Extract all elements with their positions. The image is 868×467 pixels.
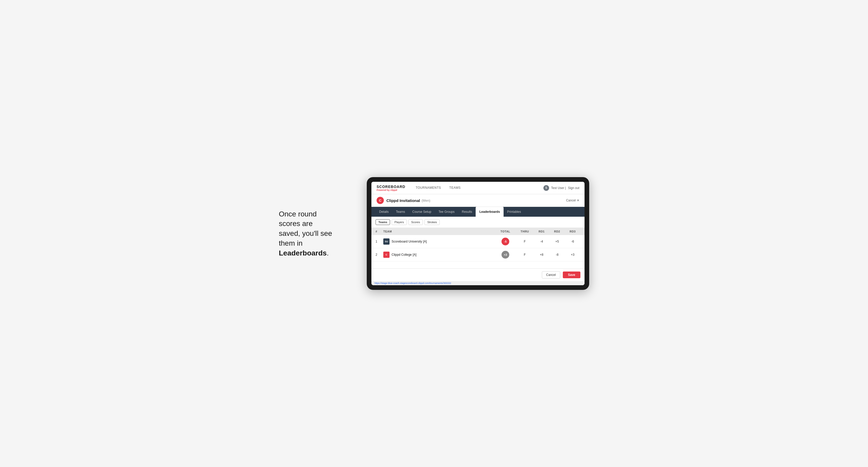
row1-rank: 1 — [376, 240, 383, 243]
tab-leaderboards[interactable]: Leaderboards — [476, 207, 503, 217]
filter-players[interactable]: Players — [392, 219, 407, 225]
row2-rd1: +8 — [534, 253, 549, 256]
description-bold: Leaderboards — [279, 249, 327, 257]
table-header: # TEAM TOTAL THRU RD1 RD2 RD3 — [371, 228, 585, 235]
row1-score-badge: -5 — [495, 238, 516, 245]
tab-details[interactable]: Details — [376, 207, 392, 217]
status-bar: https://stage-blue-coach.stagescoreboard… — [371, 281, 585, 285]
nav-teams[interactable]: TEAMS — [445, 182, 465, 194]
row2-team-info: C Clippd College [A] — [383, 252, 495, 258]
nav-avatar: S — [544, 185, 549, 191]
tournament-header: C Clippd Invitational (Men) Cancel ✕ — [371, 194, 585, 207]
tablet-device: SCOREBOARD Powered by clippd TOURNAMENTS… — [367, 177, 589, 290]
tournament-icon: C — [377, 197, 384, 204]
sub-tabs: Details Teams Course Setup Tee Groups Re… — [371, 207, 585, 217]
filter-strokes[interactable]: Strokes — [425, 219, 440, 225]
row1-thru: F — [516, 240, 534, 243]
row1-score-pill: -5 — [501, 238, 509, 245]
description-line2: scores are — [279, 220, 313, 227]
header-rank: # — [376, 230, 383, 233]
header-rd3: RD3 — [565, 230, 580, 233]
filter-teams[interactable]: Teams — [376, 219, 390, 225]
row2-rd2: -8 — [549, 253, 565, 256]
row1-rd3: -6 — [565, 240, 580, 243]
cancel-button[interactable]: Cancel — [542, 271, 560, 279]
left-description: Once round scores are saved, you'll see … — [279, 209, 351, 258]
close-icon: ✕ — [577, 198, 579, 202]
header-total: TOTAL — [495, 230, 516, 233]
tournament-name: Clippd Invitational — [386, 198, 420, 203]
tab-tee-groups[interactable]: Tee Groups — [435, 207, 458, 217]
logo-sub: Powered by clippd — [377, 189, 405, 191]
row2-score-badge: +3 — [495, 251, 516, 258]
header-team: TEAM — [383, 230, 495, 233]
row2-team-logo: C — [383, 252, 390, 258]
row1-team-info: SU Scoreboard University [A] — [383, 239, 495, 245]
tab-results[interactable]: Results — [458, 207, 476, 217]
description-line3: saved, you'll see — [279, 229, 332, 238]
row2-team-name: Clippd College [A] — [392, 253, 416, 256]
row2-rank: 2 — [376, 253, 383, 256]
tab-course-setup[interactable]: Course Setup — [409, 207, 435, 217]
description-line4: them in — [279, 239, 303, 247]
logo-text: SCOREBOARD — [377, 185, 405, 189]
tab-printables[interactable]: Printables — [503, 207, 525, 217]
table-row: 2 C Clippd College [A] +3 F +8 -8 +3 — [371, 248, 585, 261]
header-rd1: RD1 — [534, 230, 549, 233]
page-wrapper: Once round scores are saved, you'll see … — [279, 177, 589, 290]
row1-rd1: -4 — [534, 240, 549, 243]
footer: Cancel Save — [371, 269, 585, 281]
row2-rd3: +3 — [565, 253, 580, 256]
tournament-cancel-button[interactable]: Cancel ✕ — [566, 198, 579, 202]
row2-thru: F — [516, 253, 534, 256]
logo-area: SCOREBOARD Powered by clippd — [377, 185, 405, 191]
nav-tournaments[interactable]: TOURNAMENTS — [411, 182, 445, 194]
nav-right: S Test User | Sign out — [544, 185, 579, 191]
header-rd2: RD2 — [549, 230, 565, 233]
top-nav: SCOREBOARD Powered by clippd TOURNAMENTS… — [371, 182, 585, 194]
filter-row: Teams Players Scores Strokes — [371, 217, 585, 228]
table-row: 1 SU Scoreboard University [A] -5 F -4 +… — [371, 235, 585, 248]
leaderboard-table: # TEAM TOTAL THRU RD1 RD2 RD3 1 SU Score… — [371, 228, 585, 261]
row1-team-logo: SU — [383, 239, 390, 245]
status-url: https://stage-blue-coach.stagescoreboard… — [374, 282, 451, 284]
description-period: . — [327, 249, 329, 257]
tablet-screen: SCOREBOARD Powered by clippd TOURNAMENTS… — [371, 182, 585, 285]
tab-teams[interactable]: Teams — [392, 207, 409, 217]
nav-username: Test User | — [551, 186, 566, 190]
content-area: Teams Players Scores Strokes # TEAM TOTA… — [371, 217, 585, 269]
tournament-gender: (Men) — [422, 198, 430, 203]
save-button[interactable]: Save — [563, 272, 580, 278]
nav-signout[interactable]: Sign out — [568, 186, 579, 190]
description-line1: Once round — [279, 210, 317, 218]
row1-team-name: Scoreboard University [A] — [392, 240, 427, 243]
row2-score-pill: +3 — [501, 251, 509, 258]
row1-rd2: +5 — [549, 240, 565, 243]
header-thru: THRU — [516, 230, 534, 233]
filter-scores[interactable]: Scores — [408, 219, 423, 225]
nav-links: TOURNAMENTS TEAMS — [411, 182, 544, 194]
